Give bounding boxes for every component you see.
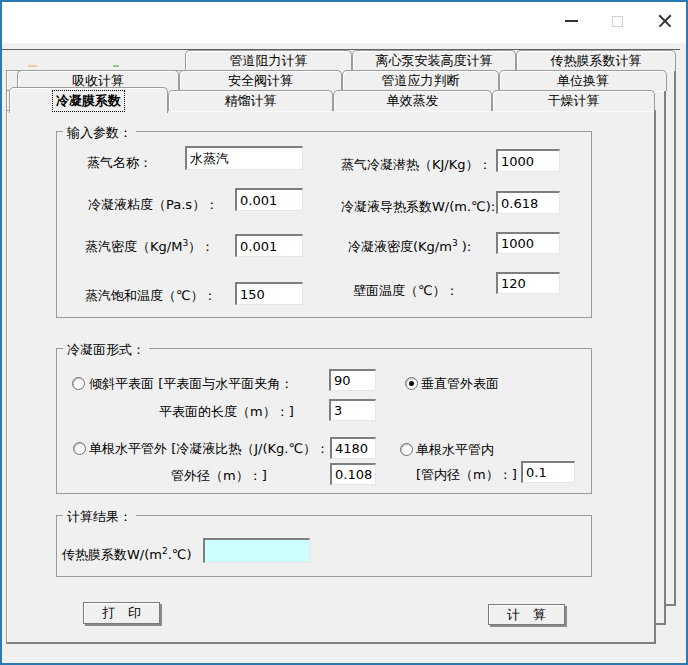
- radio-horizontal-tube-inside[interactable]: [400, 443, 413, 456]
- viscosity-field[interactable]: [235, 188, 303, 211]
- calculate-button[interactable]: 计 算: [488, 604, 565, 625]
- heat-transfer-coefficient-output: [203, 538, 310, 563]
- tab-label: 精馏计算: [225, 92, 277, 110]
- viscosity-label: 冷凝液粘度（Pa.s）：: [88, 196, 218, 214]
- tab-pump-installation-height[interactable]: 离心泵安装高度计算: [352, 50, 516, 71]
- outer-diameter-label: 管外径（m）：]: [171, 467, 267, 485]
- radio-vertical-tube-outside[interactable]: [405, 377, 418, 390]
- print-button[interactable]: 打 印: [83, 602, 160, 624]
- tab-distillation[interactable]: 精馏计算: [168, 90, 333, 111]
- latent-heat-label: 蒸气冷凝潜热（KJ/Kg）：: [341, 156, 492, 174]
- liquid-density-field[interactable]: [496, 232, 560, 254]
- vapor-density-field[interactable]: [235, 234, 303, 257]
- artifact-orange-dash: [28, 65, 37, 67]
- conductivity-field[interactable]: [496, 191, 560, 214]
- saturation-temperature-label: 蒸汽饱和温度（℃）：: [85, 287, 217, 305]
- tab-label: 离心泵安装高度计算: [376, 52, 493, 70]
- inner-diameter-label: [管内径（m）：]: [416, 466, 517, 484]
- plane-length-label: 平表面的长度（m）：]: [159, 403, 294, 421]
- radio-horizontal-tube-outside[interactable]: [73, 442, 86, 455]
- maximize-button[interactable]: [600, 6, 634, 36]
- input-parameters-group-title: 输入参数：: [63, 124, 136, 142]
- outer-diameter-field[interactable]: [330, 463, 376, 485]
- tab-pipe-stress[interactable]: 管道应力判断: [342, 70, 499, 91]
- tab-label: 单位换算: [557, 72, 609, 90]
- saturation-temperature-field[interactable]: [235, 282, 303, 305]
- radio-inclined-plane[interactable]: [72, 377, 85, 390]
- print-button-label: 打 印: [102, 604, 141, 622]
- wall-temperature-label: 壁面温度（℃）：: [353, 282, 459, 300]
- tab-label: 管道阻力计算: [230, 52, 308, 70]
- tab-single-effect-evaporation[interactable]: 单效蒸发: [333, 90, 492, 111]
- inner-diameter-field[interactable]: [521, 461, 575, 483]
- tab-condensation-film-coefficient[interactable]: 冷凝膜系数: [9, 87, 168, 113]
- conductivity-label: 冷凝液导热系数W/(m.℃):: [341, 198, 495, 216]
- tab-label: 安全阀计算: [228, 72, 293, 90]
- tab-unit-conversion[interactable]: 单位换算: [499, 70, 667, 91]
- steam-name-label: 蒸气名称：: [87, 154, 152, 172]
- liquid-density-label: 冷凝液密度(Kg/m3 ):: [348, 238, 471, 256]
- inclined-plane-label: 倾斜平表面 [平表面与水平面夹角：: [89, 375, 293, 393]
- artifact-green-dash: [113, 65, 119, 67]
- tab-pipe-resistance[interactable]: 管道阻力计算: [185, 50, 352, 71]
- vertical-tube-outside-label: 垂直管外表面: [421, 375, 499, 393]
- wall-temperature-field[interactable]: [496, 272, 560, 294]
- title-bar: [2, 2, 686, 43]
- horizontal-tube-outside-label: 单根水平管外 [冷凝液比热（J/(Kg.℃）：: [89, 440, 329, 458]
- vapor-density-label: 蒸汽密度（Kg/M3）：: [85, 238, 214, 256]
- tab-label: 传热膜系数计算: [551, 52, 642, 70]
- minimize-button[interactable]: [554, 6, 588, 36]
- tab-label: 干燥计算: [548, 92, 600, 110]
- heat-transfer-coefficient-label: 传热膜系数W/(m2.℃): [62, 546, 192, 564]
- latent-heat-field[interactable]: [496, 149, 560, 172]
- close-icon: [658, 14, 672, 28]
- horizontal-tube-inside-label: 单根水平管内: [416, 441, 494, 459]
- tab-label-selected: 冷凝膜系数: [52, 90, 125, 112]
- calculate-button-label: 计 算: [507, 606, 546, 624]
- maximize-icon: [612, 16, 623, 27]
- app-window: 管道阻力计算 离心泵安装高度计算 传热膜系数计算 吸收计算 安全阀计算 管道应力…: [0, 0, 688, 665]
- tab-heat-transfer-film-coefficient[interactable]: 传热膜系数计算: [516, 50, 676, 71]
- specific-heat-field[interactable]: [330, 437, 376, 459]
- steam-name-field[interactable]: [185, 146, 303, 170]
- close-button[interactable]: [648, 6, 682, 36]
- result-group-title: 计算结果：: [63, 508, 136, 526]
- tab-label: 管道应力判断: [382, 72, 460, 90]
- condensation-surface-group-title: 冷凝面形式：: [63, 341, 149, 359]
- tab-label: 单效蒸发: [387, 92, 439, 110]
- plane-angle-field[interactable]: [329, 369, 376, 391]
- plane-length-field[interactable]: [329, 399, 376, 421]
- minimize-icon: [565, 20, 578, 22]
- tab-safety-valve[interactable]: 安全阀计算: [179, 70, 342, 91]
- tab-drying[interactable]: 干燥计算: [492, 90, 655, 111]
